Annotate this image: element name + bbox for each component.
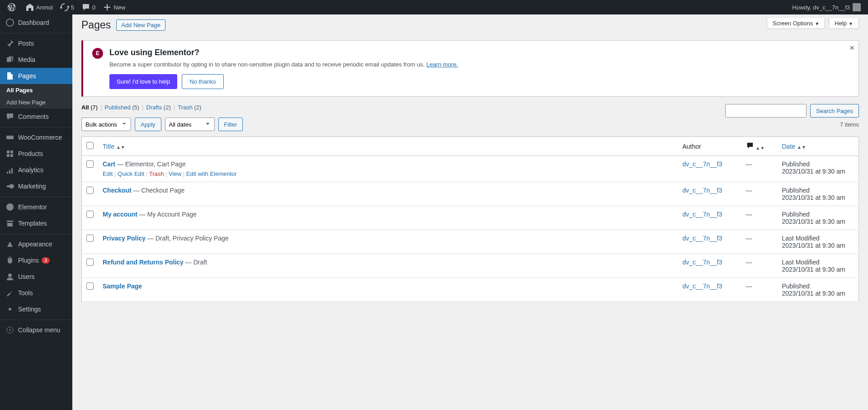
sort-icon: ▲▼ (756, 146, 765, 151)
menu-products[interactable]: Products (0, 146, 72, 162)
filter-drafts[interactable]: Drafts (2) (146, 104, 171, 111)
edit-link[interactable]: Edit (103, 170, 113, 177)
th-comments[interactable]: ▲▼ (741, 137, 778, 156)
page-suffix: — Draft, Privacy Policy Page (146, 235, 229, 242)
menu-elementor[interactable]: Elementor (0, 199, 72, 215)
close-icon: ✕ (849, 44, 855, 52)
learn-more-link[interactable]: Learn more. (426, 61, 458, 68)
notice-accept-button[interactable]: Sure! I'd love to help (109, 74, 177, 89)
search-button[interactable]: Search Pages (810, 104, 859, 118)
updates-count: 5 (71, 4, 74, 11)
menu-pages[interactable]: Pages (0, 68, 72, 84)
chevron-down-icon: ▼ (815, 21, 819, 26)
row-checkbox[interactable] (86, 211, 94, 218)
filter-button[interactable]: Filter (218, 118, 243, 131)
notice-decline-button[interactable]: No thanks (182, 74, 224, 89)
author-link[interactable]: dv_c__7n__f3 (683, 160, 722, 168)
menu-analytics[interactable]: Analytics (0, 162, 72, 178)
filter-all[interactable]: All (7) (81, 104, 98, 111)
page-title-link[interactable]: Refund and Returns Policy (103, 259, 184, 266)
row-checkbox[interactable] (86, 160, 94, 168)
author-link[interactable]: dv_c__7n__f3 (683, 187, 722, 194)
svg-point-4 (9, 308, 11, 311)
add-new-page-button[interactable]: Add New Page (116, 19, 165, 31)
menu-plugins[interactable]: Plugins3 (0, 252, 72, 269)
site-name-link[interactable]: Anmol (22, 0, 57, 14)
trash-link[interactable]: Trash (149, 170, 164, 177)
item-count: 7 items (840, 121, 859, 128)
page-title-link[interactable]: Checkout (103, 187, 132, 194)
row-checkbox[interactable] (86, 235, 94, 242)
new-content-link[interactable]: New (99, 0, 129, 14)
page-title-link[interactable]: My account (103, 211, 137, 218)
menu-marketing[interactable]: Marketing (0, 178, 72, 194)
row-actions: Edit | Quick Edit | Trash | View | Edit … (103, 170, 674, 177)
page-title-link[interactable]: Cart (103, 160, 115, 168)
help-button[interactable]: Help▼ (829, 18, 859, 29)
search-input[interactable] (725, 104, 807, 118)
menu-media[interactable]: Media (0, 52, 72, 68)
author-link[interactable]: dv_c__7n__f3 (683, 259, 722, 266)
analytics-icon (5, 165, 14, 174)
date-value: 2023/10/31 at 9:30 am (782, 266, 845, 273)
th-author: Author (678, 137, 741, 156)
table-row: Cart — Elementor, Cart Page Edit | Quick… (82, 156, 859, 182)
menu-posts[interactable]: Posts (0, 35, 72, 52)
quick-edit-link[interactable]: Quick Edit (118, 170, 144, 177)
svg-rect-1 (6, 136, 14, 139)
page-title: Pages (81, 19, 111, 31)
row-checkbox[interactable] (86, 283, 94, 290)
submenu-add-new-page[interactable]: Add New Page (0, 96, 72, 108)
no-comments: — (746, 211, 752, 218)
plugin-icon (5, 256, 14, 265)
row-checkbox[interactable] (86, 259, 94, 266)
page-suffix: — My Account Page (137, 211, 197, 218)
menu-settings[interactable]: Settings (0, 301, 72, 311)
svg-point-2 (6, 203, 14, 211)
th-title[interactable]: Title▲▼ (98, 137, 678, 156)
menu-tools[interactable]: Tools (0, 285, 72, 301)
edit-elementor-link[interactable]: Edit with Elementor (186, 170, 237, 177)
menu-comments[interactable]: Comments (0, 108, 72, 125)
filter-trash[interactable]: Trash (2) (178, 104, 201, 111)
date-status: Published (782, 283, 854, 290)
author-link[interactable]: dv_c__7n__f3 (683, 235, 722, 242)
bulk-actions-select[interactable]: Bulk actions (81, 118, 131, 131)
apply-button[interactable]: Apply (135, 118, 161, 131)
select-all-checkbox[interactable] (86, 142, 94, 149)
date-filter-select[interactable]: All dates (165, 118, 215, 131)
comments-link[interactable]: 0 (78, 0, 99, 14)
elementor-icon (5, 203, 14, 212)
comments-count: 0 (92, 4, 95, 11)
menu-dashboard[interactable]: Dashboard (0, 14, 72, 31)
date-value: 2023/10/31 at 9:30 am (782, 218, 845, 225)
menu-appearance[interactable]: Appearance (0, 236, 72, 252)
new-label: New (113, 4, 125, 11)
no-comments: — (746, 283, 752, 290)
wp-logo[interactable] (4, 0, 22, 14)
page-title-link[interactable]: Privacy Policy (103, 235, 146, 242)
table-row: Checkout — Checkout Page dv_c__7n__f3 — … (82, 182, 859, 206)
no-comments: — (746, 187, 752, 194)
author-link[interactable]: dv_c__7n__f3 (683, 211, 722, 218)
view-link[interactable]: View (169, 170, 181, 177)
my-account-link[interactable]: Howdy, dv_c__7n__f3 (788, 0, 864, 14)
filter-published[interactable]: Published (5) (105, 104, 140, 111)
menu-users[interactable]: Users (0, 269, 72, 285)
update-icon (60, 3, 69, 12)
menu-woocommerce[interactable]: WooCommerce (0, 129, 72, 146)
avatar-icon (853, 3, 861, 11)
main-content: Screen Options▼ Help▼ Pages Add New Page… (72, 14, 868, 311)
author-link[interactable]: dv_c__7n__f3 (683, 283, 722, 290)
screen-options-button[interactable]: Screen Options▼ (767, 18, 826, 29)
table-row: My account — My Account Page dv_c__7n__f… (82, 206, 859, 230)
notice-close-button[interactable]: ✕ (849, 44, 855, 52)
menu-templates[interactable]: Templates (0, 215, 72, 231)
admin-menu: Dashboard Posts Media Pages All Pages Ad… (0, 14, 72, 311)
th-date[interactable]: Date▲▼ (778, 137, 859, 156)
row-checkbox[interactable] (86, 187, 94, 194)
page-title-link[interactable]: Sample Page (103, 283, 142, 290)
updates-link[interactable]: 5 (57, 0, 78, 14)
woocommerce-icon (5, 133, 14, 142)
submenu-all-pages[interactable]: All Pages (0, 84, 72, 96)
